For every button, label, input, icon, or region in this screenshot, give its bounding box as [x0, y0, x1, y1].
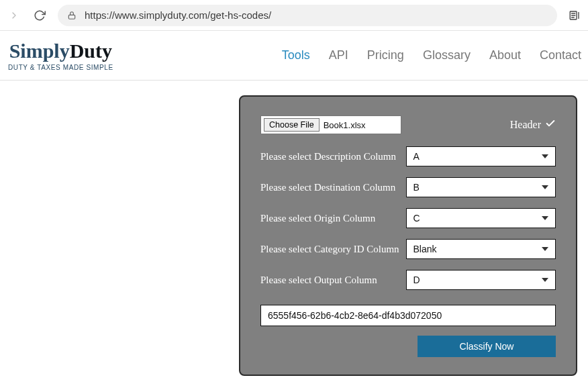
- select-description-value: A: [413, 151, 420, 162]
- main-nav: Tools API Pricing Glossary About Contact: [282, 48, 588, 62]
- label-origin-col: Please select Origin Column: [260, 213, 406, 224]
- panel-top-row: Choose File Book1.xlsx Header: [260, 115, 556, 134]
- classify-now-button[interactable]: Classify Now: [418, 336, 556, 357]
- choose-file-button[interactable]: Choose File: [264, 118, 320, 132]
- nav-api[interactable]: API: [329, 48, 348, 62]
- nav-pricing[interactable]: Pricing: [367, 48, 404, 62]
- chosen-file-name: Book1.xlsx: [324, 120, 366, 130]
- svg-rect-0: [68, 15, 75, 19]
- check-icon: [545, 118, 556, 132]
- logo[interactable]: SimplyDuty DUTY & TAXES MADE SIMPLE: [8, 40, 113, 71]
- nav-contact[interactable]: Contact: [540, 48, 581, 62]
- url-bar[interactable]: https://www.simplyduty.com/get-hs-codes/: [58, 5, 557, 26]
- select-origin-col[interactable]: C: [406, 208, 556, 228]
- select-destination-value: B: [413, 182, 420, 193]
- file-input-box[interactable]: Choose File Book1.xlsx: [260, 115, 401, 134]
- logo-word-simply: Simply: [9, 40, 70, 62]
- header-toggle-label: Header: [510, 119, 541, 131]
- select-destination-col[interactable]: B: [406, 177, 556, 197]
- logo-wordmark: SimplyDuty: [9, 40, 112, 62]
- row-category: Please select Category ID Column Blank: [260, 239, 556, 259]
- nav-about[interactable]: About: [489, 48, 521, 62]
- row-origin: Please select Origin Column C: [260, 208, 556, 228]
- label-description-col: Please select Description Column: [260, 151, 406, 162]
- label-category-col: Please select Category ID Column: [260, 244, 406, 255]
- row-output: Please select Output Column D: [260, 270, 556, 290]
- browser-right-controls: [565, 6, 585, 25]
- browser-toolbar: https://www.simplyduty.com/get-hs-codes/: [0, 0, 588, 31]
- lock-icon: [67, 11, 77, 20]
- select-output-col[interactable]: D: [406, 270, 556, 290]
- nav-tools[interactable]: Tools: [282, 48, 310, 62]
- select-description-col[interactable]: A: [406, 146, 556, 166]
- select-origin-value: C: [413, 213, 420, 224]
- label-destination-col: Please select Destination Column: [260, 182, 406, 193]
- row-description: Please select Description Column A: [260, 146, 556, 166]
- nav-glossary[interactable]: Glossary: [423, 48, 471, 62]
- reload-icon[interactable]: [28, 4, 51, 27]
- reader-mode-icon[interactable]: [565, 6, 584, 25]
- hs-codes-panel: Choose File Book1.xlsx Header Please sel…: [239, 95, 577, 376]
- row-destination: Please select Destination Column B: [260, 177, 556, 197]
- api-key-input[interactable]: [260, 305, 556, 326]
- label-output-col: Please select Output Column: [260, 275, 406, 286]
- url-text: https://www.simplyduty.com/get-hs-codes/: [85, 9, 271, 21]
- select-output-value: D: [413, 275, 420, 285]
- header-toggle[interactable]: Header: [510, 118, 556, 132]
- site-header: SimplyDuty DUTY & TAXES MADE SIMPLE Tool…: [0, 31, 588, 81]
- logo-tagline: DUTY & TAXES MADE SIMPLE: [8, 64, 113, 71]
- select-category-value: Blank: [413, 244, 437, 254]
- forward-icon[interactable]: [3, 4, 26, 27]
- select-category-col[interactable]: Blank: [406, 239, 556, 259]
- logo-word-duty: Duty: [70, 40, 112, 62]
